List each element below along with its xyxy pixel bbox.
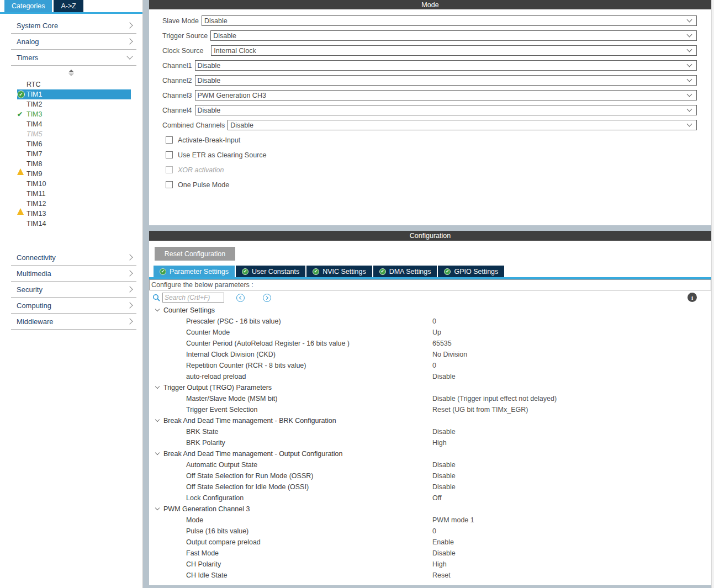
tree-group-row[interactable]: Trigger Output (TRGO) Parameters: [149, 382, 711, 393]
parameter-value: Disable: [432, 549, 456, 557]
timer-list-item-tim5[interactable]: TIM5: [17, 129, 131, 139]
search-input[interactable]: [162, 293, 224, 303]
tree-parameter-row[interactable]: Automatic Output State Disable: [149, 459, 711, 470]
checkbox-xor-activation[interactable]: [166, 166, 173, 173]
chevron-icon: [126, 270, 133, 276]
tree-parameter-row[interactable]: Master/Slave Mode (MSM bit) Disable (Tri…: [149, 393, 711, 404]
tree-parameter-row[interactable]: CH Polarity High: [149, 559, 711, 570]
search-next-button[interactable]: [263, 294, 271, 302]
reset-configuration-button[interactable]: Reset Configuration: [155, 247, 235, 261]
dropdown-label: Slave Mode: [162, 17, 199, 25]
timer-list-item-tim8[interactable]: ! TIM8: [17, 159, 131, 169]
tree-parameter-row[interactable]: Repetition Counter (RCR - 8 bits value) …: [149, 360, 711, 371]
dropdown-combined-channels[interactable]: Disable: [228, 120, 697, 130]
tree-parameter-row[interactable]: Off State Selection for Run Mode (OSSR) …: [149, 470, 711, 481]
sidebar-category-computing[interactable]: Computing: [0, 298, 142, 313]
timer-list-item-tim1[interactable]: ✓ TIM1: [17, 89, 131, 99]
timer-label: TIM14: [27, 220, 46, 227]
tab-nvic-settings[interactable]: ✓ NVIC Settings: [306, 266, 372, 277]
sidebar-category-system-core[interactable]: System Core: [0, 18, 142, 33]
tree-parameter-row[interactable]: Off State Selection for Idle Mode (OSSI)…: [149, 481, 711, 492]
sidebar-category-analog[interactable]: Analog: [0, 34, 142, 49]
tab-a-to-z[interactable]: A->Z: [54, 0, 83, 12]
timer-list-item-tim11[interactable]: TIM11: [17, 189, 131, 199]
parameter-name: Mode: [186, 516, 203, 524]
tab-parameter-settings[interactable]: ✓ Parameter Settings: [154, 266, 235, 277]
sidebar-category-middleware[interactable]: Middleware: [0, 314, 142, 329]
sidebar-category-connectivity[interactable]: Connectivity: [0, 250, 142, 265]
timer-list-item-tim14[interactable]: TIM14: [17, 219, 131, 229]
tree-group-row[interactable]: Break And Dead Time management - Output …: [149, 448, 711, 459]
timer-label: TIM11: [27, 190, 46, 198]
dropdown-channel1[interactable]: Disable: [195, 60, 697, 71]
dropdown-clock-source[interactable]: Internal Clock: [211, 45, 697, 56]
tab-label: DMA Settings: [389, 268, 431, 276]
tree-parameter-row[interactable]: BRK State Disable: [149, 426, 711, 437]
timer-label: TIM7: [27, 150, 42, 158]
dropdown-channel3[interactable]: PWM Generation CH3: [195, 90, 697, 100]
tree-group-row[interactable]: Break And Dead Time management - BRK Con…: [149, 415, 711, 426]
category-label: System Core: [17, 22, 128, 30]
parameter-name: CH Polarity: [186, 560, 221, 568]
timer-list-item-tim7[interactable]: TIM7: [17, 149, 131, 159]
mode-panel: Mode Slave Mode Disable Trigger Source D…: [149, 0, 711, 225]
timer-list-item-rtc[interactable]: RTC: [17, 80, 131, 89]
tree-parameter-row[interactable]: Prescaler (PSC - 16 bits value) 0: [149, 316, 711, 327]
timer-label: TIM6: [27, 140, 42, 148]
timer-label: TIM1: [27, 91, 42, 98]
dropdown-value: Disable: [230, 121, 687, 129]
sidebar-category-multimedia[interactable]: Multimedia: [0, 266, 142, 281]
tab-gpio-settings[interactable]: ✓ GPIO Settings: [438, 266, 504, 277]
tree-parameter-row[interactable]: auto-reload preload Disable: [149, 371, 711, 382]
chevron-down-icon: [687, 47, 692, 52]
tree-parameter-row[interactable]: Counter Period (AutoReload Register - 16…: [149, 338, 711, 349]
dropdown-slave-mode[interactable]: Disable: [202, 15, 697, 26]
tab-categories[interactable]: Categories: [4, 0, 52, 12]
timer-list-item-tim4[interactable]: TIM4: [17, 119, 131, 129]
timer-list-item-tim12[interactable]: ! TIM12: [17, 199, 131, 209]
checkbox-use-etr-as-clearing-source[interactable]: [166, 151, 173, 158]
chevron-icon: [126, 254, 133, 260]
timer-list-item-tim3[interactable]: ✔ TIM3: [17, 109, 131, 119]
dropdown-trigger-source[interactable]: Disable: [210, 30, 697, 41]
list-scroll-spinner[interactable]: [0, 66, 142, 80]
tree-parameter-row[interactable]: Lock Configuration Off: [149, 492, 711, 504]
tree-parameter-row[interactable]: Trigger Event Selection Reset (UG bit fr…: [149, 404, 711, 415]
tab-check-icon: ✓: [444, 268, 451, 275]
timer-list-item-tim13[interactable]: TIM13: [17, 209, 131, 219]
tab-user-constants[interactable]: ✓ User Constants: [236, 266, 305, 277]
tree-parameter-row[interactable]: Fast Mode Disable: [149, 548, 711, 559]
tree-group-row[interactable]: PWM Generation Channel 3: [149, 504, 711, 515]
parameter-value: 0: [432, 527, 436, 535]
tab-check-icon: ✓: [242, 268, 248, 275]
checkbox-one-pulse-mode[interactable]: [166, 181, 173, 188]
dropdown-channel2[interactable]: Disable: [195, 75, 697, 86]
search-previous-button[interactable]: [236, 294, 245, 302]
tree-parameter-row[interactable]: Output compare preload Enable: [149, 537, 711, 548]
info-icon[interactable]: i: [687, 293, 697, 302]
tree-parameter-row[interactable]: CH Idle State Reset: [149, 570, 711, 581]
tree-parameter-row[interactable]: Mode PWM mode 1: [149, 515, 711, 526]
timer-list-item-tim6[interactable]: TIM6: [17, 139, 131, 149]
tree-parameter-row[interactable]: Pulse (16 bits value) 0: [149, 526, 711, 537]
checkbox-label: Use ETR as Clearing Source: [178, 151, 266, 159]
mode-dropdown-row: Trigger Source Disable: [149, 28, 711, 43]
tree-group-row[interactable]: Counter Settings: [149, 305, 711, 316]
tab-dma-settings[interactable]: ✓ DMA Settings: [373, 266, 437, 277]
tree-parameter-row[interactable]: BRK Polarity High: [149, 437, 711, 448]
tree-parameter-row[interactable]: Internal Clock Division (CKD) No Divisio…: [149, 349, 711, 360]
dropdown-label: Combined Channels: [162, 121, 225, 129]
timer-list-item-tim2[interactable]: TIM2: [17, 99, 131, 109]
sidebar-category-security[interactable]: Security: [0, 282, 142, 297]
checkbox-activate-break-input[interactable]: [166, 136, 173, 144]
timer-list-item-tim9[interactable]: TIM9: [17, 169, 131, 179]
tree-parameter-row[interactable]: Counter Mode Up: [149, 327, 711, 338]
parameter-value: Reset: [432, 571, 451, 579]
category-list-top: System Core Analog Timers: [0, 18, 142, 66]
parameter-value: High: [432, 560, 447, 568]
dropdown-channel4[interactable]: Disable: [195, 105, 697, 115]
right-scrollbar-track[interactable]: [711, 0, 714, 588]
timer-list-item-tim10[interactable]: TIM10: [17, 179, 131, 189]
sidebar-category-timers[interactable]: Timers: [0, 50, 142, 65]
warning-icon: !: [17, 161, 24, 167]
